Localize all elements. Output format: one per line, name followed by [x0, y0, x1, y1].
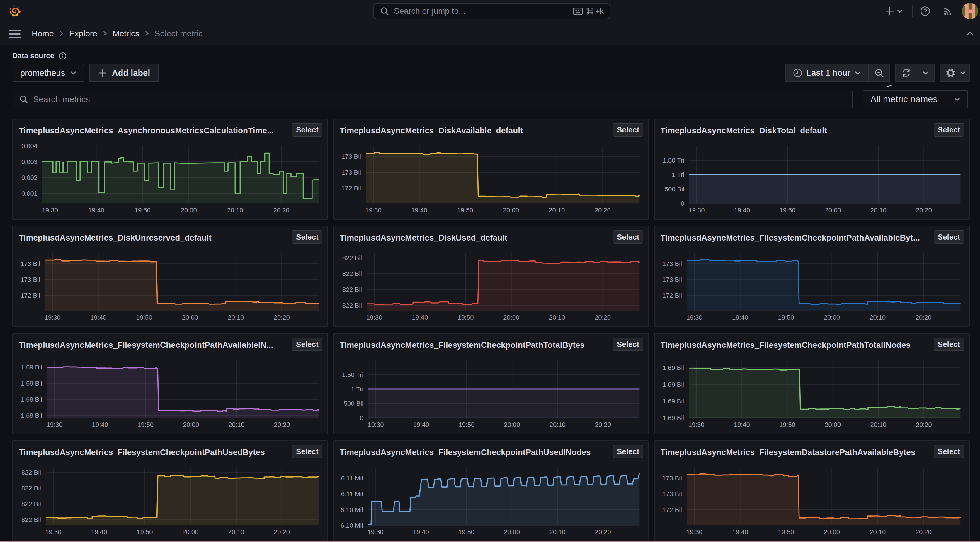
- svg-text:19:30: 19:30: [42, 207, 58, 214]
- svg-text:6.10 Mil: 6.10 Mil: [340, 522, 363, 529]
- svg-text:20:00: 20:00: [503, 207, 519, 214]
- svg-text:20:10: 20:10: [227, 207, 243, 214]
- svg-text:1.69 Bil: 1.69 Bil: [21, 380, 42, 387]
- svg-text:19:30: 19:30: [686, 314, 702, 321]
- svg-text:20:10: 20:10: [870, 207, 886, 214]
- svg-text:19:40: 19:40: [411, 207, 427, 214]
- svg-text:19:30: 19:30: [45, 528, 61, 536]
- svg-text:19:50: 19:50: [458, 421, 474, 428]
- svg-text:20:10: 20:10: [549, 207, 565, 214]
- svg-text:19:50: 19:50: [136, 314, 152, 321]
- svg-text:19:30: 19:30: [366, 314, 382, 321]
- svg-text:19:30: 19:30: [688, 421, 704, 428]
- svg-text:20:00: 20:00: [503, 314, 519, 321]
- svg-text:20:10: 20:10: [549, 421, 565, 428]
- svg-text:500 Bil: 500 Bil: [664, 186, 684, 193]
- svg-text:173 Bil: 173 Bil: [21, 260, 40, 267]
- svg-text:20:20: 20:20: [916, 421, 932, 428]
- svg-text:20:20: 20:20: [273, 207, 289, 214]
- svg-text:20:00: 20:00: [824, 528, 840, 536]
- svg-text:20:20: 20:20: [915, 314, 931, 321]
- svg-text:20:00: 20:00: [182, 314, 198, 321]
- svg-text:173 Bil: 173 Bil: [662, 260, 682, 267]
- svg-text:6.11 Mil: 6.11 Mil: [341, 475, 363, 482]
- svg-text:0.004: 0.004: [21, 142, 38, 150]
- svg-text:1 Tri: 1 Tri: [672, 171, 684, 178]
- svg-text:19:50: 19:50: [779, 421, 795, 428]
- svg-text:173 Bil: 173 Bil: [341, 153, 361, 160]
- svg-text:20:00: 20:00: [181, 207, 197, 214]
- svg-text:19:40: 19:40: [413, 421, 429, 428]
- svg-text:20:00: 20:00: [825, 421, 841, 428]
- svg-text:20:20: 20:20: [274, 421, 290, 428]
- svg-text:20:00: 20:00: [825, 207, 841, 214]
- svg-text:19:30: 19:30: [46, 421, 62, 428]
- svg-text:19:50: 19:50: [457, 207, 473, 214]
- svg-text:19:30: 19:30: [45, 314, 60, 321]
- svg-text:1.68 Bil: 1.68 Bil: [21, 412, 42, 419]
- svg-text:20:20: 20:20: [915, 528, 931, 536]
- svg-text:20:20: 20:20: [594, 207, 611, 214]
- svg-text:822 Bil: 822 Bil: [342, 286, 362, 293]
- svg-text:20:10: 20:10: [870, 528, 886, 536]
- svg-text:19:40: 19:40: [732, 528, 748, 536]
- svg-text:20:10: 20:10: [549, 314, 565, 321]
- svg-text:822 Bil: 822 Bil: [21, 469, 41, 476]
- svg-text:822 Bil: 822 Bil: [21, 485, 41, 492]
- svg-text:19:50: 19:50: [458, 528, 474, 536]
- svg-text:20:10: 20:10: [549, 528, 565, 536]
- svg-text:173 Bil: 173 Bil: [662, 475, 682, 482]
- svg-text:19:50: 19:50: [137, 421, 154, 428]
- svg-text:173 Bil: 173 Bil: [662, 490, 682, 498]
- svg-text:20:10: 20:10: [228, 421, 244, 428]
- svg-text:19:40: 19:40: [732, 314, 748, 321]
- svg-text:20:20: 20:20: [274, 528, 290, 536]
- svg-text:172 Bil: 172 Bil: [341, 184, 361, 192]
- svg-text:19:40: 19:40: [734, 207, 750, 214]
- svg-text:0: 0: [360, 414, 363, 421]
- svg-text:0.003: 0.003: [21, 158, 38, 165]
- svg-text:19:30: 19:30: [686, 528, 702, 536]
- svg-text:822 Bil: 822 Bil: [21, 516, 41, 523]
- svg-text:19:30: 19:30: [689, 207, 705, 214]
- svg-text:822 Bil: 822 Bil: [21, 501, 41, 508]
- svg-text:822 Bil: 822 Bil: [342, 302, 362, 309]
- svg-text:19:50: 19:50: [135, 207, 151, 214]
- svg-text:6.11 Mil: 6.11 Mil: [341, 490, 363, 498]
- svg-text:19:40: 19:40: [733, 421, 750, 428]
- svg-text:19:50: 19:50: [779, 207, 795, 214]
- svg-text:1.69 Bil: 1.69 Bil: [662, 414, 684, 421]
- svg-text:19:50: 19:50: [457, 314, 474, 321]
- svg-text:173 Bil: 173 Bil: [21, 276, 40, 283]
- svg-text:6.10 Mil: 6.10 Mil: [340, 506, 363, 513]
- svg-text:19:40: 19:40: [413, 528, 429, 536]
- svg-text:19:50: 19:50: [778, 528, 794, 536]
- svg-text:19:40: 19:40: [90, 314, 107, 321]
- svg-text:20:10: 20:10: [870, 421, 886, 428]
- svg-text:173 Bil: 173 Bil: [341, 169, 361, 176]
- svg-text:1.69 Bil: 1.69 Bil: [21, 364, 42, 371]
- svg-text:172 Bil: 172 Bil: [662, 506, 682, 513]
- svg-text:19:40: 19:40: [91, 528, 107, 536]
- svg-text:0: 0: [681, 200, 684, 207]
- svg-text:20:10: 20:10: [870, 314, 886, 321]
- svg-text:19:30: 19:30: [367, 528, 383, 536]
- svg-text:1.69 Bil: 1.69 Bil: [662, 397, 684, 405]
- svg-text:20:20: 20:20: [274, 314, 290, 321]
- svg-text:822 Bil: 822 Bil: [342, 270, 362, 277]
- svg-text:20:00: 20:00: [182, 528, 199, 536]
- svg-text:20:10: 20:10: [228, 528, 244, 536]
- svg-text:172 Bil: 172 Bil: [662, 292, 682, 299]
- svg-text:20:20: 20:20: [916, 207, 932, 214]
- svg-text:0.001: 0.001: [21, 190, 38, 197]
- svg-text:500 Bil: 500 Bil: [344, 400, 363, 407]
- svg-text:172 Bil: 172 Bil: [21, 292, 40, 299]
- svg-text:1.50 Tri: 1.50 Tri: [342, 371, 363, 378]
- svg-text:20:00: 20:00: [504, 528, 520, 536]
- svg-text:0.002: 0.002: [21, 174, 38, 181]
- svg-text:19:40: 19:40: [88, 207, 104, 214]
- svg-text:1.50 Tri: 1.50 Tri: [663, 157, 684, 164]
- svg-text:20:00: 20:00: [183, 421, 199, 428]
- svg-text:20:10: 20:10: [228, 314, 244, 321]
- svg-text:20:20: 20:20: [595, 314, 611, 321]
